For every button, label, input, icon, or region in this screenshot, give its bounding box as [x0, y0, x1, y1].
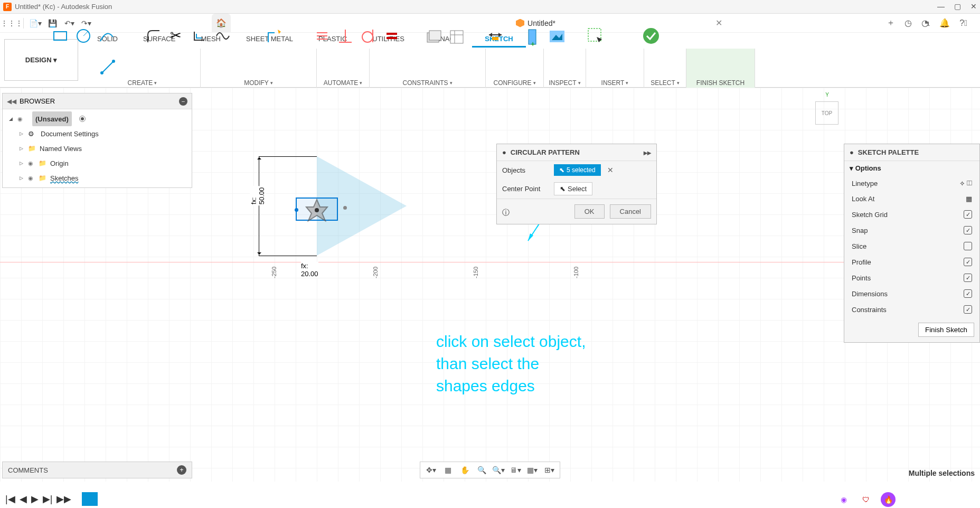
finish-label[interactable]: FINISH SKETCH: [696, 79, 745, 87]
tree-item[interactable]: ▷◉📁Origin: [3, 156, 192, 171]
panel-minimize-icon[interactable]: –: [179, 97, 187, 106]
active-radio-icon[interactable]: [79, 116, 86, 122]
svg-point-33: [315, 208, 319, 212]
lookat-icon[interactable]: ▦: [966, 195, 972, 203]
sketch-point[interactable]: [295, 208, 298, 212]
tray-icon-2[interactable]: 🛡: [859, 492, 873, 507]
checkbox[interactable]: [964, 274, 972, 282]
pan-icon[interactable]: ✋: [457, 464, 472, 476]
collapse-icon[interactable]: ●: [502, 148, 506, 156]
expand-icon[interactable]: ▷: [20, 146, 25, 151]
timeline-next-icon[interactable]: ▶|: [43, 493, 53, 505]
h-dim-label[interactable]: fx: 20.00: [301, 262, 318, 278]
timeline-start-icon[interactable]: |◀: [5, 493, 15, 505]
star-sketch-shape[interactable]: [301, 200, 333, 221]
timeline-sketch-thumb[interactable]: [82, 492, 98, 506]
lookat-icon[interactable]: ▦: [440, 464, 455, 476]
objects-selection-button[interactable]: ⬉ 5 selected: [554, 164, 601, 176]
grid-menu-icon[interactable]: ⋮⋮⋮: [4, 16, 19, 31]
visibility-icon[interactable]: ◉: [17, 116, 25, 123]
center-selection-button[interactable]: ⬉ Select: [554, 182, 592, 195]
options-section[interactable]: ▾ Options: [844, 161, 979, 175]
titlebar: F Untitled* (Kc) - Autodesk Fusion ― ▢ ✕: [0, 0, 980, 14]
palette-row-points: Points: [844, 270, 979, 286]
dialog-row-objects: Objects ⬉ 5 selected ✕: [497, 161, 656, 179]
tray-icon-3[interactable]: 🔥: [881, 492, 896, 507]
new-tab-icon[interactable]: ＋: [887, 17, 895, 29]
checkbox[interactable]: [964, 210, 972, 219]
objects-label: Objects: [502, 166, 550, 174]
window-title: Untitled* (Kc) - Autodesk Fusion: [15, 3, 112, 11]
tree-item[interactable]: ▷⚙Document Settings: [3, 126, 192, 141]
help-icon[interactable]: ?⃝: [959, 18, 967, 28]
viewport-icon[interactable]: ⊞▾: [542, 464, 557, 476]
expand-icon[interactable]: ▷: [20, 175, 25, 181]
svg-text:+: +: [531, 40, 535, 48]
x-axis-line: [0, 262, 980, 262]
center-value: Select: [568, 185, 587, 193]
expand-icon[interactable]: ▷: [20, 161, 25, 166]
palette-row-profile: Profile: [844, 254, 979, 270]
tree-item[interactable]: ▷📁Named Views: [3, 141, 192, 156]
svg-line-5: [83, 32, 88, 36]
clear-selection-icon[interactable]: ✕: [605, 166, 616, 174]
svg-point-32: [643, 28, 659, 44]
expand-icon[interactable]: ▸▸: [644, 148, 651, 157]
expand-icon[interactable]: ▷: [20, 131, 25, 136]
row-label: Profile: [852, 258, 871, 266]
visibility-icon[interactable]: ◉: [28, 160, 35, 167]
grid-icon[interactable]: ▦▾: [525, 464, 540, 476]
palette-header[interactable]: ● SKETCH PALETTE: [844, 144, 979, 161]
palette-title: SKETCH PALETTE: [858, 148, 919, 156]
vertical-dimension[interactable]: [259, 156, 259, 256]
display-icon[interactable]: 🖥▾: [508, 464, 523, 476]
minimize-icon[interactable]: ―: [937, 2, 945, 11]
viewcube-face[interactable]: TOP: [815, 101, 838, 125]
v-dim-label[interactable]: fx: 50.00: [250, 186, 266, 206]
tree-item[interactable]: ▷◉📁Sketches: [3, 171, 192, 185]
finish-sketch-button[interactable]: Finish Sketch: [918, 323, 974, 337]
close-icon[interactable]: ✕: [970, 2, 977, 11]
sketch-point[interactable]: [343, 206, 347, 210]
window-controls: ― ▢ ✕: [937, 2, 977, 11]
folder-icon: 📁: [39, 159, 47, 167]
canvas-area[interactable]: ◀◀ BROWSER – ◢ ◉ (Unsaved) ▷⚙Document Se…: [0, 88, 980, 482]
dim-extension-line: [259, 256, 317, 256]
checkbox[interactable]: [964, 289, 972, 298]
tray-icon-1[interactable]: ◉: [836, 492, 851, 507]
finish-sketch-icon[interactable]: [710, 55, 732, 77]
file-icon[interactable]: 📄▾: [28, 16, 43, 31]
cancel-button[interactable]: Cancel: [610, 204, 651, 219]
timeline-end-icon[interactable]: ▶▶: [56, 493, 71, 505]
timeline-prev-icon[interactable]: ◀: [20, 493, 27, 505]
linetype-icons[interactable]: ⟡ ◫: [960, 179, 972, 187]
item-label: Origin: [50, 159, 69, 167]
item-label: Sketches: [50, 174, 78, 182]
browser-header[interactable]: ◀◀ BROWSER –: [3, 93, 192, 109]
dialog-header[interactable]: ● CIRCULAR PATTERN ▸▸: [497, 144, 656, 161]
tree-root-row[interactable]: ◢ ◉ (Unsaved): [3, 111, 192, 126]
orbit-icon[interactable]: ✥▾: [423, 464, 438, 476]
maximize-icon[interactable]: ▢: [954, 2, 961, 11]
viewcube[interactable]: Y TOP: [807, 92, 838, 129]
checkbox[interactable]: [964, 258, 972, 266]
info-icon[interactable]: ⓘ: [502, 208, 510, 218]
zoom-icon[interactable]: 🔍: [474, 464, 489, 476]
timeline-play-icon[interactable]: ▶: [31, 493, 39, 505]
visibility-icon[interactable]: ◉: [28, 175, 35, 182]
fit-icon[interactable]: 🔍▾: [491, 464, 506, 476]
collapse-icon[interactable]: ◀◀: [7, 98, 16, 105]
checkbox[interactable]: [964, 242, 972, 250]
ok-button[interactable]: OK: [574, 204, 605, 219]
add-comment-icon[interactable]: +: [177, 465, 186, 475]
extensions-icon[interactable]: ◷: [904, 18, 912, 28]
checkbox[interactable]: [964, 226, 972, 234]
group-finish: FINISH SKETCH: [686, 49, 755, 88]
checkbox[interactable]: [964, 305, 972, 314]
notifications-icon[interactable]: 🔔: [939, 18, 950, 28]
expand-icon[interactable]: ◢: [9, 116, 14, 121]
job-status-icon[interactable]: ◔1: [921, 18, 930, 28]
collapse-icon[interactable]: ●: [850, 148, 854, 156]
svg-marker-24: [498, 33, 502, 37]
comments-panel[interactable]: COMMENTS +: [2, 462, 192, 478]
